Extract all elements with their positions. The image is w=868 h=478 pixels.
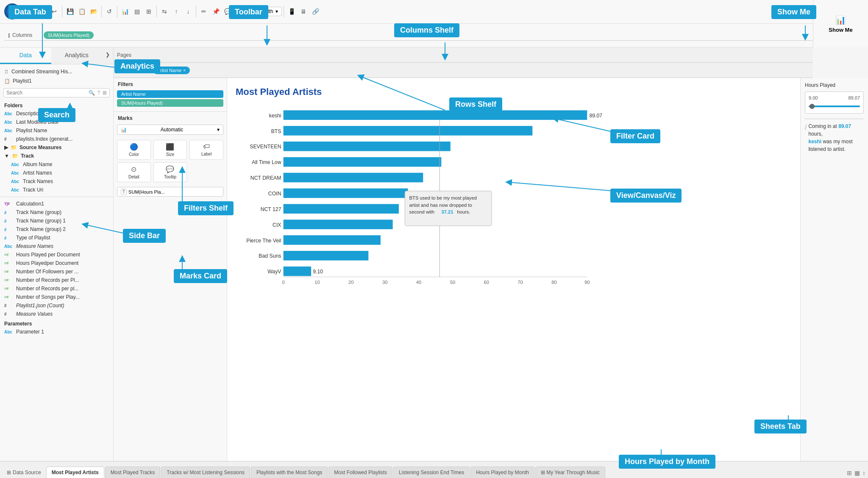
field-type-m5: ≡#	[4, 286, 14, 291]
field-param1[interactable]: Abc Parameter 1	[0, 328, 113, 336]
field-album[interactable]: Abc Album Name	[0, 160, 113, 169]
sort-tabs-icon[interactable]: ↕	[862, 470, 865, 476]
field-trackgroup[interactable]: ∂ Track Name (group)	[0, 208, 113, 217]
format-icon[interactable]: ✏	[198, 6, 210, 17]
bar-wayv[interactable]	[284, 267, 312, 276]
bar-seventeen[interactable]	[284, 142, 451, 151]
present-icon[interactable]: 🖥	[298, 6, 309, 17]
datasource-combined[interactable]: 🗒 Combined Streaming His...	[0, 67, 113, 76]
field-trackgroup2[interactable]: ∂ Track Name (group) 2	[0, 225, 113, 233]
datasource-playlist-icon: 📋	[4, 78, 10, 84]
marks-label-button[interactable]: 🏷 Label	[189, 140, 223, 160]
tab-analytics[interactable]: Analytics	[51, 47, 103, 64]
folder-track[interactable]: ▼ 📁 Track	[0, 152, 113, 160]
tab-datasource[interactable]: ⊞ Data Source	[3, 467, 45, 478]
field-tracknames[interactable]: Abc Track Names	[0, 177, 113, 186]
expand-icon: ▶	[4, 145, 8, 150]
search-icon[interactable]: 🔍	[89, 90, 95, 96]
search-input[interactable]	[6, 90, 89, 96]
divider-1	[0, 197, 113, 197]
sort-desc-icon[interactable]: ↓	[182, 6, 194, 17]
tab-most-played-artists[interactable]: Most Played Artists	[46, 467, 104, 478]
tab-hours-by-month[interactable]: Hours Played by Month	[470, 467, 534, 478]
filter-note: / Coming in at 89.07 hours, keshi was my…	[805, 119, 864, 153]
marks-color-button[interactable]: 🔵 Color	[117, 140, 151, 160]
folder-source-measures[interactable]: ▶ 📁 Source Measures	[0, 143, 113, 152]
tab-followed-playlists[interactable]: Most Followed Playlists	[328, 467, 392, 478]
marks-size-button[interactable]: ⬛ Size	[153, 140, 187, 160]
field-trackgroup1[interactable]: ∂ Track Name (group) 1	[0, 217, 113, 225]
tab-most-played-tracks[interactable]: Most Played Tracks	[105, 467, 161, 478]
marks-tooltip-label: Tooltip	[164, 175, 176, 179]
filter-slider-track[interactable]	[809, 103, 860, 110]
bar-coin[interactable]	[284, 189, 408, 198]
columns-shelf-label: ⫿ Columns	[4, 32, 42, 39]
field-type-abc: Abc	[4, 111, 14, 116]
tab-listening-sessions[interactable]: Tracks w/ Most Listening Sessions	[161, 467, 250, 478]
field-playlistindex[interactable]: # playlists.Index (generat...	[0, 135, 113, 143]
tab-data[interactable]: Data	[0, 47, 51, 64]
swap-icon[interactable]: ⇆	[159, 6, 170, 17]
field-trackuri[interactable]: Abc Track Uri	[0, 186, 113, 194]
share-icon[interactable]: 🔗	[309, 6, 321, 17]
film-icon[interactable]: ▦	[854, 470, 860, 476]
filter-pill-artist[interactable]: Artist Name	[117, 90, 223, 98]
field-playlist-count[interactable]: # Playlist1.json (Count)	[0, 301, 113, 310]
view-icon[interactable]: ⊞	[103, 90, 107, 96]
device-preview-icon[interactable]: 📱	[286, 6, 298, 17]
field-artistnames[interactable]: Abc Artist Names	[0, 169, 113, 177]
columns-pill[interactable]: SUM(Hours Played)	[44, 31, 94, 39]
bar-nct127[interactable]	[284, 204, 399, 214]
field-hoursplayed-doc2[interactable]: ≡# Hours Playedper Document	[0, 259, 113, 267]
bar-keshi[interactable]	[284, 110, 587, 120]
marks-detail-button[interactable]: ⊙ Detail	[117, 162, 151, 182]
search-icons: 🔍 ⊤ ⊞	[89, 90, 107, 96]
field-followers[interactable]: ≡# Number Of Followers per ...	[0, 267, 113, 276]
bar-cix[interactable]	[284, 220, 393, 229]
collapse-sidebar-button[interactable]: ❯	[102, 47, 113, 64]
bar-nctdream[interactable]	[284, 173, 423, 183]
field-name-album: Album Name	[23, 161, 52, 167]
save-button[interactable]: 💾	[64, 6, 76, 17]
field-measure-values[interactable]: # Measure Values	[0, 310, 113, 318]
pin-icon[interactable]: 📌	[210, 6, 222, 17]
marks-tooltip-button[interactable]: 💬 Tooltip	[153, 162, 187, 182]
tab-my-year[interactable]: ⊞ My Year Through Music	[535, 467, 605, 478]
slider-thumb[interactable]	[810, 104, 815, 109]
datasource-playlist[interactable]: 📋 Playlist1	[0, 76, 113, 86]
x-axis-title: Hours Played ≡	[417, 286, 453, 286]
table-icon[interactable]: ⊞	[143, 6, 155, 17]
undo-button[interactable]: ↺	[103, 6, 115, 17]
bar-bts[interactable]	[284, 126, 533, 136]
marks-field-pill[interactable]: T SUM(Hours Pla...	[117, 187, 223, 197]
open-button[interactable]: 📂	[88, 6, 100, 17]
field-songs-play[interactable]: ≡# Number of Songs per Play...	[0, 293, 113, 301]
field-records-pl[interactable]: ≡# Number of Records per Pl...	[0, 276, 113, 284]
filter-pill-hours[interactable]: SUM(Hours Played)	[117, 99, 223, 107]
filter-icon[interactable]: ⊤	[97, 90, 101, 96]
field-records-pl2[interactable]: ≡# Number of Records per pl...	[0, 284, 113, 293]
bar-alltimelow[interactable]	[284, 157, 442, 167]
search-box[interactable]: 🔍 ⊤ ⊞	[3, 88, 110, 97]
field-calc1[interactable]: T|F Calculation1	[0, 200, 113, 208]
field-measurenames[interactable]: Abc Measure Names	[0, 242, 113, 250]
pages-shelf: Pages	[114, 47, 813, 63]
add-sheet-icon[interactable]: ⊞	[847, 470, 852, 476]
field-playlistname[interactable]: Abc Playlist Name	[0, 126, 113, 135]
chart-options-icon[interactable]: ▤	[131, 6, 143, 17]
filter-card: Hours Played 9.00 89.07 /	[800, 78, 868, 461]
tab-my-year-icon: ⊞	[541, 470, 545, 475]
bar-chart-icon[interactable]: 📊	[119, 6, 131, 17]
field-hoursplayed-doc[interactable]: ≡# Hours Played per Document	[0, 250, 113, 259]
field-typeofplaylist[interactable]: ∂ Type of Playlist	[0, 233, 113, 242]
tab-playlists-songs[interactable]: Playlists with the Most Songs	[251, 467, 328, 478]
sort-asc-icon[interactable]: ↑	[170, 6, 182, 17]
show-me-button[interactable]: 📊 Show Me	[813, 0, 868, 47]
bar-label-bts: BTS	[271, 128, 281, 134]
tab-session-end-times[interactable]: Listening Session End Times	[393, 467, 470, 478]
bar-pierce[interactable]	[284, 235, 381, 245]
new-button[interactable]: 📋	[76, 6, 88, 17]
marks-type-selector[interactable]: 📊 Automatic ▾	[117, 125, 223, 135]
separator-3	[117, 6, 117, 17]
bar-badsuns[interactable]	[284, 251, 369, 261]
